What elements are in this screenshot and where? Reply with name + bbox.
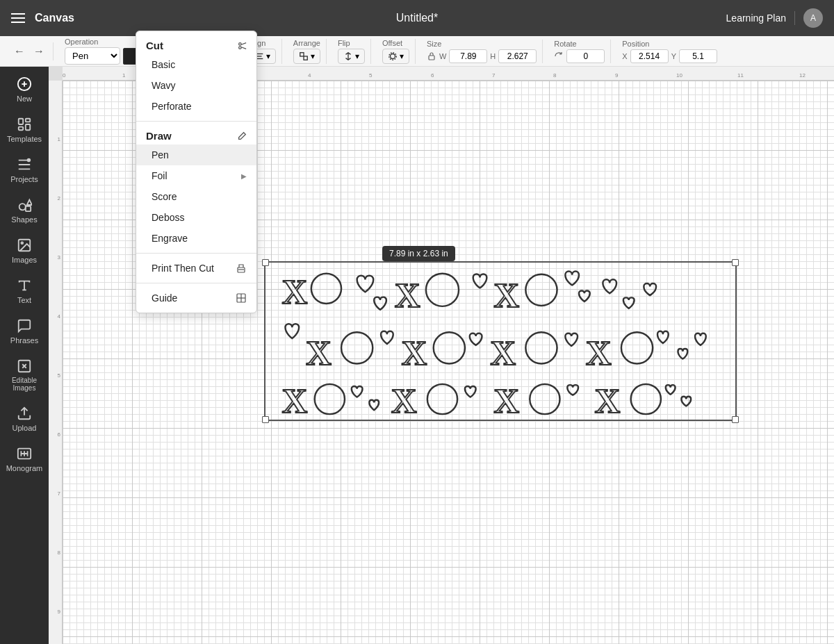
operation-select[interactable]: Pen	[65, 47, 120, 65]
dropdown-item-deboss[interactable]: Deboss	[136, 207, 256, 228]
x-label: X	[622, 52, 627, 60]
svg-text:X: X	[493, 381, 519, 420]
ruler-mark-l4: 4	[58, 313, 60, 320]
flip-group: Flip ▾	[332, 39, 371, 64]
svg-point-38	[525, 332, 557, 363]
sidebar-label-new: New	[17, 94, 32, 103]
wavy-label: Wavy	[152, 80, 175, 91]
editable-images-icon	[17, 358, 32, 374]
arrange-button[interactable]: ▾	[293, 49, 320, 64]
projects-icon	[17, 157, 32, 172]
sidebar-label-templates: Templates	[7, 135, 42, 143]
text-icon	[17, 278, 32, 293]
offset-group: Offset ▾	[377, 39, 416, 64]
toolbar: ← → Operation Pen Deselect Edit	[0, 36, 834, 67]
deboss-label: Deboss	[152, 212, 184, 223]
dropdown-item-pen[interactable]: Pen	[136, 145, 256, 165]
sidebar-item-projects[interactable]: Projects	[0, 150, 49, 190]
svg-rect-5	[304, 56, 307, 60]
x-input[interactable]	[630, 49, 669, 63]
draw-section-label: Draw	[146, 130, 172, 142]
dropdown-divider-2	[136, 253, 256, 254]
sidebar-item-upload[interactable]: Upload	[0, 399, 49, 439]
foil-label: Foil	[152, 170, 167, 181]
sidebar-label-phrases: Phrases	[10, 336, 38, 345]
ruler-mark-l7: 7	[58, 490, 60, 497]
svg-rect-8	[429, 56, 434, 60]
svg-rect-14	[19, 127, 23, 131]
basic-label: Basic	[152, 59, 175, 70]
sidebar-label-projects: Projects	[10, 175, 38, 183]
rotate-icon	[554, 51, 564, 61]
svg-text:X: X	[490, 333, 516, 372]
svg-text:X: X	[395, 275, 420, 315]
sidebar-item-images[interactable]: Images	[0, 231, 49, 271]
svg-text:X: X	[282, 272, 308, 311]
ruler-mark-4: 4	[308, 72, 311, 79]
app-title: Canvas	[35, 12, 74, 24]
sidebar-item-shapes[interactable]: Shapes	[0, 190, 49, 231]
sidebar-item-templates[interactable]: Templates	[0, 110, 49, 150]
artwork-container[interactable]: X X X	[264, 261, 737, 421]
handle-bottom-left[interactable]	[262, 416, 269, 423]
dropdown-item-guide[interactable]: Guide	[136, 288, 256, 308]
operation-group: Operation Pen	[59, 38, 146, 65]
height-input[interactable]	[498, 49, 537, 63]
dropdown-item-print-then-cut[interactable]: Print Then Cut	[136, 258, 256, 279]
engrave-label: Engrave	[152, 233, 188, 244]
learning-plan-link[interactable]: Learning Plan	[726, 13, 786, 24]
y-label: Y	[671, 52, 676, 60]
undo-redo-group: ← →	[6, 42, 54, 60]
handle-top-right[interactable]	[732, 259, 739, 266]
svg-rect-12	[19, 119, 23, 124]
svg-point-34	[341, 332, 373, 363]
handle-top-left[interactable]	[262, 259, 269, 266]
avatar[interactable]: A	[803, 8, 823, 28]
guide-icon	[236, 292, 247, 304]
ruler-mark-8: 8	[553, 72, 556, 79]
svg-text:X: X	[595, 381, 621, 420]
dropdown-item-wavy[interactable]: Wavy	[136, 75, 256, 96]
svg-text:X: X	[391, 381, 417, 420]
redo-button[interactable]: →	[31, 42, 47, 60]
dropdown-item-perforate[interactable]: Perforate	[136, 96, 256, 117]
doc-title: Untitled*	[396, 12, 438, 24]
sidebar-item-monogram[interactable]: Monogram	[0, 439, 49, 479]
print-then-cut-label: Print Then Cut	[152, 263, 214, 274]
ruler-mark-6: 6	[431, 72, 434, 79]
phrases-icon	[17, 318, 32, 333]
monogram-icon	[17, 446, 32, 461]
svg-marker-18	[27, 200, 32, 205]
svg-point-44	[427, 384, 457, 414]
sidebar-item-editable-images[interactable]: Editable Images	[0, 352, 49, 399]
dropdown-item-score[interactable]: Score	[136, 186, 256, 207]
sidebar-item-new[interactable]: New	[0, 69, 49, 110]
flip-button[interactable]: ▾	[338, 49, 365, 64]
ruler-mark-l2: 2	[58, 195, 60, 201]
rotate-label: Rotate	[554, 40, 576, 48]
svg-point-40	[621, 332, 653, 363]
sidebar-item-text[interactable]: Text	[0, 271, 49, 311]
ruler-mark-9: 9	[615, 72, 618, 79]
arrange-label: Arrange	[293, 39, 320, 47]
y-input[interactable]	[679, 49, 717, 63]
offset-button[interactable]: ▾	[382, 49, 409, 64]
score-label: Score	[152, 191, 177, 202]
svg-rect-13	[26, 119, 30, 122]
dropdown-item-engrave[interactable]: Engrave	[136, 228, 256, 249]
undo-button[interactable]: ←	[11, 42, 28, 60]
ruler-mark-l3: 3	[58, 254, 60, 261]
sidebar-item-phrases[interactable]: Phrases	[0, 311, 49, 352]
rotate-input[interactable]	[566, 49, 605, 63]
ruler-mark-7: 7	[492, 72, 495, 79]
svg-rect-19	[26, 206, 31, 211]
dropdown-item-foil[interactable]: Foil ▶	[136, 165, 256, 186]
menu-icon[interactable]	[11, 13, 25, 23]
plus-icon	[17, 76, 32, 92]
handle-bottom-right[interactable]	[732, 416, 739, 423]
dropdown-item-basic[interactable]: Basic	[136, 54, 256, 75]
width-input[interactable]	[449, 49, 487, 63]
svg-point-17	[19, 204, 26, 210]
size-group: Size W H	[421, 40, 543, 63]
sidebar-label-text: Text	[17, 296, 31, 304]
